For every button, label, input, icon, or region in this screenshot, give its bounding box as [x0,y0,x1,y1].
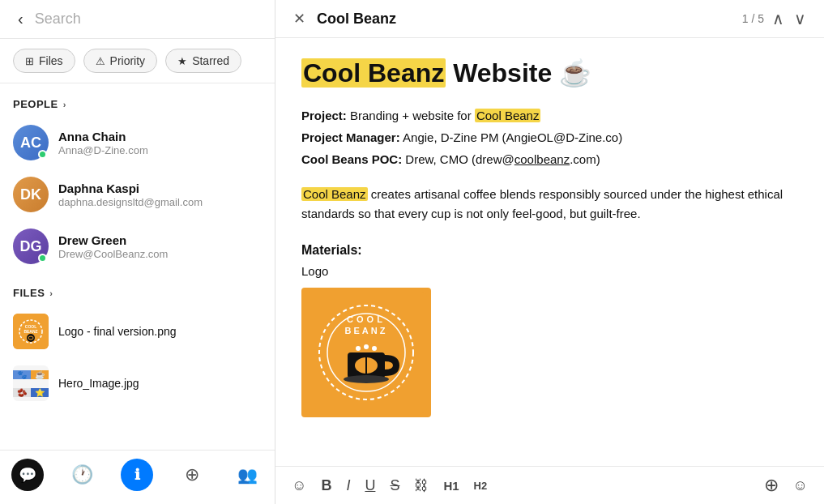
filter-files[interactable]: ⊞ Files [13,49,75,73]
close-button[interactable]: ✕ [292,8,307,29]
people-label: PEOPLE [13,98,58,110]
file-item-logo[interactable]: COOL BEANZ Logo - final version.png [0,305,275,357]
filter-starred-label: Starred [192,54,229,67]
person-name-daphna: Daphna Kaspi [58,182,262,195]
nav-messages-button[interactable]: 💬 [11,459,44,491]
person-item-drew[interactable]: DG Drew Green Drew@CoolBeanz.com [0,220,275,272]
svg-text:COOL: COOL [347,314,386,324]
hero-cell-3: 🫘 [13,388,31,397]
nav-info-button[interactable]: ℹ [121,459,153,491]
search-bar: ‹ Search [0,0,275,39]
groups-icon: ⊕ [185,464,199,485]
svg-point-16 [372,346,377,351]
messages-icon: 💬 [19,466,36,484]
avatar-wrap-drew: DG [13,229,49,264]
project-highlight: Cool Beanz [475,109,541,122]
files-label: FILES [13,287,45,299]
file-name-hero: Hero_Image.jpg [58,377,139,390]
poc-highlight: coolbeanz [514,152,570,166]
file-thumb-logo: COOL BEANZ [13,314,49,349]
person-email-anna: Anna@D-Zine.com [58,144,262,156]
poc-line: Cool Beans POC: Drew, CMO (drew@coolbean… [301,148,798,170]
person-info-anna: Anna Chain Anna@D-Zine.com [58,130,262,156]
materials-heading: Materials: [301,243,798,258]
priority-icon: ⚠ [96,55,105,67]
manager-text: Angie, D-Zine PM (AngieOL@D-Zine.co) [403,130,622,144]
hero-cell-1: 🐾 [13,370,31,379]
manager-label: Project Manager: [301,130,400,144]
right-panel: ✕ Cool Beanz 1 / 5 ∧ ∨ Cool Beanz Websit… [275,0,824,504]
bold-button[interactable]: B [321,477,331,494]
materials-section: Materials: Logo COOL BEANZ [301,243,798,417]
logo-image: COOL BEANZ [301,288,431,417]
project-line: Project: Branding + website for Cool Bea… [301,105,798,126]
person-info-drew: Drew Green Drew@CoolBeanz.com [58,233,262,260]
filter-bar: ⊞ Files ⚠ Priority ★ Starred [0,39,275,83]
doc-body: Cool Beanz Website ☕ Project: Branding +… [275,38,824,466]
doc-meta: Project: Branding + website for Cool Bea… [301,105,798,170]
avatar-daphna: DK [13,177,49,212]
file-name-logo: Logo - final version.png [58,325,177,338]
starred-icon: ★ [177,55,187,67]
filter-files-label: Files [39,54,63,67]
italic-button[interactable]: I [346,477,350,494]
svg-point-15 [364,344,369,349]
person-email-drew: Drew@CoolBeanz.com [58,248,262,260]
nav-down-button[interactable]: ∨ [792,9,808,28]
h2-button[interactable]: H2 [474,480,488,492]
doc-title-header: Cool Beanz [317,11,732,28]
bottom-nav: 💬 🕐 ℹ ⊕ 👥 [0,450,275,504]
strikethrough-button[interactable]: S [390,477,399,494]
desc-rest: creates artisanal coffee blends responsi… [301,187,783,220]
project-label: Project: [301,109,347,122]
page-nav-label: 1 / 5 [742,12,764,25]
hero-cell-2: ☕ [31,370,49,379]
link-button[interactable]: ⛓ [414,477,429,494]
filter-starred[interactable]: ★ Starred [165,49,241,73]
underline-button[interactable]: U [365,477,375,494]
files-section-header[interactable]: FILES › [0,272,275,305]
person-info-daphna: Daphna Kaspi daphna.designsltd@gmail.com [58,182,262,208]
search-label: Search [35,11,81,28]
person-name-drew: Drew Green [58,233,262,247]
avatar-wrap-daphna: DK [13,177,49,212]
clock-icon: 🕐 [71,464,93,485]
person-name-anna: Anna Chain [58,130,262,143]
nav-contacts-button[interactable]: 👥 [231,459,263,491]
logo-label: Logo [301,264,798,278]
nav-up-button[interactable]: ∧ [771,9,786,28]
poc-text-pre: Drew, CMO (drew@ [405,152,514,166]
svg-text:BEANZ: BEANZ [23,329,37,334]
people-chevron-icon: › [63,100,66,109]
h1-button[interactable]: H1 [443,479,459,493]
filter-priority[interactable]: ⚠ Priority [83,49,158,73]
title-highlight: Cool Beanz [301,58,446,88]
nav-groups-button[interactable]: ⊕ [176,459,208,491]
poc-text-post: .com) [570,152,600,166]
filter-priority-label: Priority [110,54,146,67]
person-item-daphna[interactable]: DK Daphna Kaspi daphna.designsltd@gmail.… [0,169,275,220]
file-thumb-hero: 🐾 ☕ 🫘 ⭐ [13,365,49,401]
back-button[interactable]: ‹ [13,8,28,30]
project-text: Branding + website for [350,109,475,122]
svg-point-13 [344,375,389,383]
nav-clock-button[interactable]: 🕐 [66,459,99,491]
doc-nav: 1 / 5 ∧ ∨ [742,9,808,28]
doc-header: ✕ Cool Beanz 1 / 5 ∧ ∨ [275,0,824,38]
people-section-header[interactable]: PEOPLE › [0,83,275,117]
desc-highlight: Cool Beanz [301,187,368,201]
poc-label: Cool Beans POC: [301,152,402,166]
info-icon: ℹ [134,466,140,484]
file-item-hero[interactable]: 🐾 ☕ 🫘 ⭐ Hero_Image.jpg [0,357,275,409]
add-button[interactable]: ⊕ [764,475,779,496]
emoji-button[interactable]: ☺ [292,477,306,494]
logo-svg: COOL BEANZ [305,292,427,413]
svg-text:BEANZ: BEANZ [345,326,388,335]
smiley-button[interactable]: ☺ [793,477,808,494]
title-rest: Website ☕ [453,58,591,88]
toolbar-icons-left: ☺ B I U S ⛓ H1 H2 [292,477,487,494]
doc-description: Cool Beanz creates artisanal coffee blen… [301,185,798,224]
svg-point-14 [356,346,361,351]
left-content: PEOPLE › AC Anna Chain Anna@D-Zine.com D… [0,83,275,450]
person-item-anna[interactable]: AC Anna Chain Anna@D-Zine.com [0,117,275,169]
